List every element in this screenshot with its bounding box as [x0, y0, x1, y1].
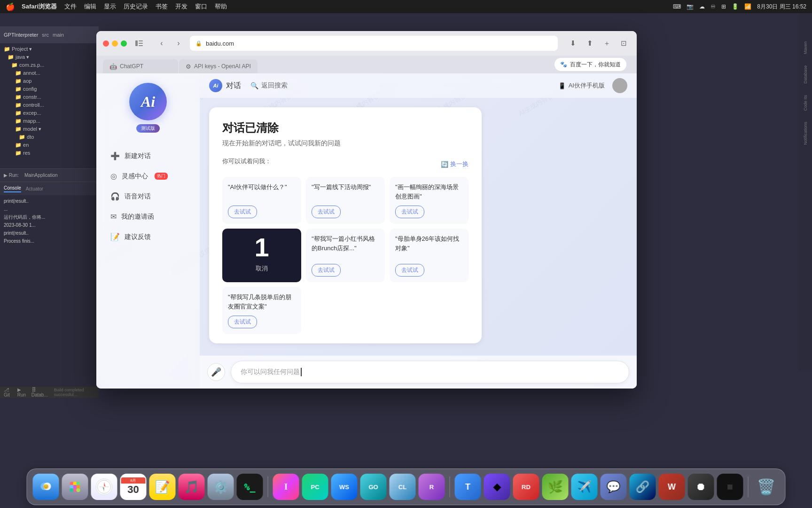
tree-mapper[interactable]: 📁 mapp...: [0, 117, 99, 125]
dock-launchpad[interactable]: [62, 474, 88, 500]
try-btn-3[interactable]: 去试试: [395, 206, 424, 218]
menu-edit[interactable]: 编辑: [84, 2, 96, 11]
console-tab[interactable]: Console: [4, 185, 21, 192]
user-avatar[interactable]: [612, 78, 627, 93]
ai-header-title: 对话: [226, 81, 241, 91]
menu-feedback[interactable]: 📝 建议反馈: [104, 228, 192, 246]
dock-syspref[interactable]: ⚙️: [208, 474, 234, 500]
mobile-icon: 📱: [558, 82, 566, 89]
dock-music[interactable]: 🎵: [179, 474, 205, 500]
try-btn-7[interactable]: 去试试: [395, 264, 424, 277]
tree-controller[interactable]: 📁 controll...: [0, 101, 99, 109]
ai-header-search[interactable]: 🔍 返回搜索: [250, 81, 288, 90]
dock-calendar[interactable]: 8月 30: [120, 474, 147, 500]
tree-model[interactable]: 📁 model ▾: [0, 125, 99, 133]
tree-en[interactable]: 📁 en: [0, 141, 99, 149]
apple-menu[interactable]: 🍎: [6, 2, 15, 11]
ide-tab-main[interactable]: main: [53, 32, 64, 38]
try-label: 你可以试着问我：: [222, 157, 271, 166]
try-btn-6[interactable]: 去试试: [228, 316, 257, 328]
dock-goland[interactable]: GO: [360, 474, 387, 500]
menu-voice-chat[interactable]: 🎧 语音对话: [104, 187, 192, 206]
menu-invite[interactable]: ✉ 我的邀请函: [104, 207, 192, 226]
sidebar-toggle[interactable]: [132, 37, 147, 50]
chat-input[interactable]: 你可以问我任何问题: [231, 361, 629, 383]
tree-dto[interactable]: 📁 dto: [0, 133, 99, 141]
menu-file[interactable]: 文件: [64, 2, 77, 11]
dock-terminal[interactable]: %_: [237, 474, 263, 500]
featured-cancel[interactable]: 取消: [256, 264, 268, 273]
ai-header-icon: Ai: [209, 79, 222, 92]
dock-typora[interactable]: T: [455, 474, 481, 500]
ide-tab-src[interactable]: src: [42, 32, 49, 38]
dock-clion[interactable]: CL: [390, 474, 416, 500]
dock-notes[interactable]: 📝: [149, 474, 176, 500]
tree-project[interactable]: 📁 Project ▾: [0, 45, 99, 53]
tabs-icon[interactable]: ⊡: [617, 37, 630, 50]
address-bar[interactable]: 🔒 baidu.com: [190, 36, 558, 51]
dock-rider[interactable]: R: [419, 474, 445, 500]
menu-view[interactable]: 显示: [104, 2, 116, 11]
dock-rdp[interactable]: RD: [513, 474, 539, 500]
suggestion-card-3[interactable]: "画一幅绚丽的深海场景创意图画" 去试试: [390, 177, 468, 224]
suggestion-card-7[interactable]: "母胎单身26年该如何找对象" 去试试: [390, 229, 468, 282]
menu-safari[interactable]: Safari浏览器: [22, 2, 57, 11]
maximize-button[interactable]: [121, 40, 127, 47]
forward-button[interactable]: ›: [172, 37, 185, 50]
tree-com[interactable]: 📁 com.zs.p...: [0, 61, 99, 69]
download-icon[interactable]: ⬇: [566, 37, 579, 50]
dock-discord[interactable]: 💬: [601, 474, 627, 500]
refresh-button[interactable]: 🔄 换一换: [441, 160, 468, 168]
menu-window[interactable]: 窗口: [195, 2, 207, 11]
close-button[interactable]: [103, 40, 109, 47]
dock-webstorm[interactable]: WS: [331, 474, 358, 500]
mobile-btn[interactable]: 📱 AI伙伴手机版: [558, 81, 605, 90]
cleared-subtitle: 现在开始新的对话吧，试试问我新的问题: [222, 139, 468, 148]
tree-java[interactable]: 📁 java ▾: [0, 53, 99, 61]
tab-api-keys[interactable]: ⚙ API keys - OpenAI API: [179, 59, 258, 73]
menu-inspiration[interactable]: ◎ 灵感中心 热门: [104, 167, 192, 185]
suggestion-card-1[interactable]: "AI伙伴可以做什么？" 去试试: [222, 177, 301, 224]
dock-pycharm[interactable]: PC: [302, 474, 328, 500]
menu-bookmarks[interactable]: 书签: [156, 2, 168, 11]
suggestion-card-2[interactable]: "写一篇线下活动周报" 去试试: [306, 177, 385, 224]
dock-safari[interactable]: [91, 474, 117, 500]
dock-trash[interactable]: 🗑️: [753, 474, 780, 500]
menu-history[interactable]: 历史记录: [124, 2, 148, 11]
tree-res[interactable]: 📁 res: [0, 149, 99, 157]
try-btn-5[interactable]: 去试试: [312, 264, 341, 277]
tree-constr[interactable]: 📁 constr...: [0, 93, 99, 101]
mic-button[interactable]: 🎤: [207, 363, 225, 381]
try-btn-1[interactable]: 去试试: [228, 206, 257, 218]
menu-new-chat[interactable]: ➕ 新建对话: [104, 147, 192, 165]
actuator-tab[interactable]: Actuator: [26, 186, 43, 191]
tab-chatgpt[interactable]: 🤖 ChatGPT: [103, 59, 178, 73]
dock-black[interactable]: ■: [717, 474, 743, 500]
dock-wps[interactable]: W: [659, 474, 685, 500]
dock-finder[interactable]: 😊: [33, 474, 59, 500]
new-tab-icon[interactable]: ＋: [600, 37, 613, 50]
suggestion-text-3: "画一幅绚丽的深海场景创意图画": [395, 183, 463, 202]
tree-annot[interactable]: 📁 annot...: [0, 69, 99, 77]
dock-obsidian[interactable]: ◆: [484, 474, 510, 500]
back-button[interactable]: ‹: [155, 37, 168, 50]
dock-intellij[interactable]: I: [273, 474, 299, 500]
menu-dev[interactable]: 开发: [175, 2, 187, 11]
dock-telegram[interactable]: ✈️: [571, 474, 598, 500]
dock-leaf-app[interactable]: 🌿: [542, 474, 569, 500]
dock-divider-1: [268, 476, 268, 497]
suggestion-card-5[interactable]: "帮我写一篇小红书风格的Brunch店探..." 去试试: [306, 229, 385, 282]
suggestion-card-featured[interactable]: 1 取消: [222, 229, 301, 282]
ai-chat-sidebar: Ai 测试版 ➕ 新建对话 ◎ 灵感中心 热门 🎧: [96, 73, 200, 389]
minimize-button[interactable]: [112, 40, 118, 47]
dock-focus[interactable]: 🔗: [630, 474, 656, 500]
tree-config[interactable]: 📁 config: [0, 85, 99, 93]
baidu-button[interactable]: 🐾 百度一下，你就知道: [554, 58, 626, 71]
try-btn-2[interactable]: 去试试: [312, 206, 341, 218]
dock-kap[interactable]: ⏺: [688, 474, 714, 500]
share-icon[interactable]: ⬆: [583, 37, 596, 50]
tree-aop[interactable]: 📁 aop: [0, 77, 99, 85]
menu-help[interactable]: 帮助: [215, 2, 227, 11]
tree-except[interactable]: 📁 excep...: [0, 109, 99, 117]
suggestion-card-6[interactable]: "帮我写几条脱单后的朋友圈官宣文案" 去试试: [222, 287, 301, 334]
